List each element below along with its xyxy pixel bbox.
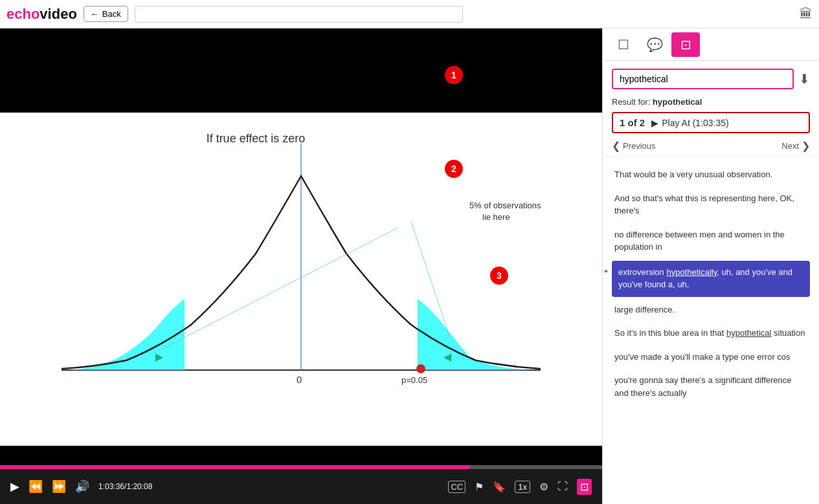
next-label: Next (781, 141, 799, 151)
forward-button[interactable]: ⏩ (52, 479, 66, 494)
transcript-item-4: extroversion hypothetically, uh, and you… (612, 261, 810, 297)
progress-fill (0, 465, 469, 469)
play-at-label: Play At (1:03:35) (662, 118, 729, 128)
transcript-item-6: So it's in this blue area in that hypoth… (612, 322, 810, 345)
right-tabs: ☐ 💬 ⊡ (603, 28, 819, 61)
svg-text:5% of observations: 5% of observations (469, 201, 541, 210)
play-at-button[interactable]: ▶ Play At (1:03:35) (651, 118, 729, 128)
back-arrow-icon: ← (91, 9, 99, 19)
speed-button[interactable]: 1x (515, 481, 530, 493)
next-arrow-icon: ❯ (802, 140, 810, 152)
current-time: 1:03:36 (98, 482, 124, 491)
nav-row: ❮ Previous Next ❯ (603, 136, 819, 157)
underline-word-2: hypothetical (726, 328, 771, 338)
prev-button[interactable]: ❮ Previous (612, 140, 656, 152)
video-black-top (0, 28, 602, 113)
top-bar: echovideo ← Back 🏛 (0, 0, 819, 28)
transcript-text-3: no difference between men and women in t… (614, 230, 785, 252)
back-button[interactable]: ← Back (84, 6, 128, 22)
next-button[interactable]: Next ❯ (781, 140, 810, 152)
right-panel: ☐ 💬 ⊡ hypothetical ⬇ Result for: hypothe… (602, 28, 819, 504)
svg-text:p=0.05: p=0.05 (401, 375, 427, 385)
save-button[interactable]: 🔖 (493, 481, 506, 493)
play-button[interactable]: ▶ (10, 479, 19, 494)
tab-search[interactable]: ⊡ (671, 32, 700, 57)
prev-arrow-icon: ❮ (612, 140, 620, 152)
svg-line-2 (159, 228, 398, 351)
video-black-bottom (0, 446, 602, 465)
annotation-2: 2 (445, 160, 463, 178)
address-bar[interactable] (135, 6, 464, 23)
result-label: Result for: (612, 97, 650, 107)
bell-curve-svg: ▶ ◀ 0 p=0.05 If true effect is zero 5% o… (29, 124, 573, 396)
logo: echovideo (6, 6, 77, 23)
search-ctrl-button[interactable]: ⊡ (577, 479, 592, 495)
volume-button[interactable]: 🔊 (75, 479, 89, 494)
curve-container: ▶ ◀ 0 p=0.05 If true effect is zero 5% o… (29, 124, 573, 435)
play-icon: ▶ (651, 118, 658, 128)
result-highlight-box: 1 of 2 ▶ Play At (1:03:35) (612, 112, 810, 133)
prev-label: Previous (623, 141, 656, 151)
svg-text:0: 0 (297, 374, 302, 385)
transcript-item-2: And so that's what this is representing … (612, 187, 810, 223)
caption-button[interactable]: CC (448, 481, 466, 493)
search-input[interactable]: hypothetical (612, 69, 794, 89)
logo-video: video (39, 6, 76, 22)
transcript-item-3: no difference between men and women in t… (612, 223, 810, 259)
settings-button[interactable]: ⚙ (539, 481, 548, 493)
transcript-item-8: you're gonna say there's a significant d… (612, 369, 810, 405)
annotation-1: 1 (445, 66, 463, 84)
search-input-row: hypothetical ⬇ (612, 69, 810, 89)
transcript-area[interactable]: That would be a very unusual observation… (603, 157, 819, 504)
video-panel: ▶ ◀ 0 p=0.05 If true effect is zero 5% o… (0, 28, 602, 504)
download-icon[interactable]: ⬇ (799, 71, 810, 87)
transcript-item-5: large difference. (612, 298, 810, 322)
video-controls: ▶ ⏪ ⏩ 🔊 1:03:36/1:20:08 CC ⚑ 🔖 1x ⚙ ⛶ ⊡ (0, 469, 602, 504)
expand-button[interactable]: ⛶ (557, 481, 568, 492)
transcript-text-4: extroversion hypothetically, uh, and you… (618, 267, 792, 290)
bookmark-button[interactable]: ⚑ (475, 481, 484, 493)
progress-bar[interactable] (0, 465, 602, 469)
logo-echo: echo (6, 6, 39, 22)
svg-text:▶: ▶ (155, 351, 164, 362)
back-label: Back (102, 9, 121, 19)
transcript-item-7: you've made a you'll make a type one err… (612, 345, 810, 369)
tab-notes[interactable]: ☐ (609, 32, 638, 57)
time-display: 1:03:36/1:20:08 (98, 482, 152, 491)
bank-icon[interactable]: 🏛 (800, 6, 813, 21)
annotation-3: 3 (490, 267, 508, 285)
svg-point-4 (416, 364, 425, 373)
transcript-text-8: you're gonna say there's a significant d… (614, 375, 792, 398)
transcript-item-1: That would be a very unusual observation… (612, 163, 810, 187)
main-layout: ▶ ◀ 0 p=0.05 If true effect is zero 5% o… (0, 28, 819, 504)
transcript-text-2: And so that's what this is representing … (614, 193, 794, 216)
transcript-text-5: large difference. (614, 305, 675, 314)
result-count: 1 of 2 (620, 117, 645, 128)
svg-text:◀: ◀ (443, 351, 452, 362)
transcript-text-6: So it's in this blue area in that hypoth… (614, 328, 805, 338)
highlighted-word: hypothetically (666, 267, 717, 277)
rewind-button[interactable]: ⏪ (28, 479, 43, 494)
chart-area: ▶ ◀ 0 p=0.05 If true effect is zero 5% o… (0, 113, 602, 446)
result-query: hypothetical (653, 97, 702, 107)
search-area: hypothetical ⬇ (603, 61, 819, 93)
total-time: 1:20:08 (126, 482, 152, 491)
svg-text:lie here: lie here (482, 212, 510, 222)
result-info: Result for: hypothetical (603, 93, 819, 109)
svg-text:If true effect is zero: If true effect is zero (207, 132, 306, 145)
transcript-text-7: you've made a you'll make a type one err… (614, 352, 791, 362)
tab-chat[interactable]: 💬 (640, 32, 669, 57)
transcript-text-1: That would be a very unusual observation… (614, 170, 772, 179)
